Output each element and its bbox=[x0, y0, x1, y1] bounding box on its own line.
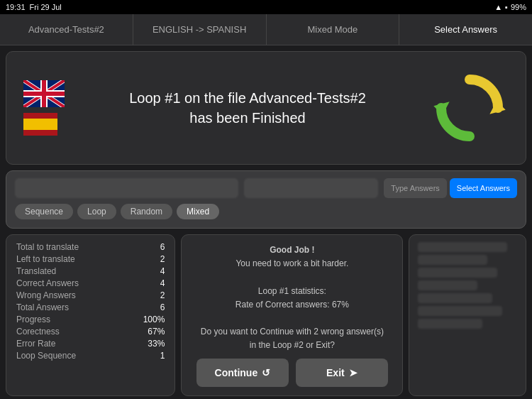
mode-buttons: Sequence Loop Random Mixed bbox=[15, 204, 517, 219]
completion-line1: Loop #1 on the file Advanced-Tests#2 bbox=[129, 90, 366, 106]
status-time: 19:31 bbox=[6, 3, 26, 11]
continue-icon: ↺ bbox=[262, 367, 270, 378]
exit-button[interactable]: Exit ➤ bbox=[296, 359, 388, 387]
answer-type-buttons: Type Answers Select Answers bbox=[384, 178, 517, 198]
blurred-row-5 bbox=[418, 293, 492, 303]
svg-rect-3 bbox=[23, 119, 57, 130]
stat-loop-sequence: Loop Sequence 1 bbox=[16, 351, 165, 361]
refresh-icon bbox=[431, 69, 509, 147]
status-time-date: 19:31 Fri 29 Jul bbox=[6, 3, 62, 11]
completion-banner: Loop #1 on the file Advanced-Tests#2 has… bbox=[6, 51, 526, 165]
status-date: Fri 29 Jul bbox=[30, 3, 62, 11]
wifi-icon: ▲ bbox=[494, 3, 502, 11]
refresh-icon-container bbox=[431, 69, 509, 147]
blurred-row-4 bbox=[418, 280, 477, 290]
blurred-row-6 bbox=[418, 306, 502, 316]
stat-error-rate: Error Rate 33% bbox=[16, 339, 165, 349]
stat-left-translate: Left to translate 2 bbox=[16, 254, 165, 264]
select-answers-button[interactable]: Select Answers bbox=[450, 178, 517, 198]
continue-button[interactable]: Continue ↺ bbox=[196, 359, 289, 387]
input-row: Type Answers Select Answers bbox=[15, 178, 517, 198]
blurred-row-1 bbox=[418, 242, 507, 252]
answer-input-blurred bbox=[244, 178, 378, 198]
svg-marker-5 bbox=[433, 102, 452, 116]
stat-total-translate: Total to translate 6 bbox=[16, 242, 165, 252]
exit-icon: ➤ bbox=[349, 367, 358, 378]
stat-total-answers: Total Answers 6 bbox=[16, 302, 165, 312]
tab-select-answers[interactable]: Select Answers bbox=[399, 14, 532, 45]
loop-stats-label: Loop #1 statistics: bbox=[258, 286, 326, 296]
flag-container bbox=[23, 80, 65, 136]
blurred-row-7 bbox=[418, 319, 482, 329]
tab-advanced-tests[interactable]: Advanced-Tests#2 bbox=[0, 14, 133, 45]
loop-mode-button[interactable]: Loop bbox=[77, 204, 116, 219]
stats-center-panel: Good Job ! You need to work a bit harder… bbox=[181, 234, 403, 396]
work-harder-text: You need to work a bit harder. bbox=[235, 258, 348, 268]
battery-icon: ▪ bbox=[505, 3, 508, 11]
blurred-row-3 bbox=[418, 268, 497, 278]
tab-english-spanish[interactable]: ENGLISH -> SPANISH bbox=[133, 14, 267, 45]
battery-level: 99% bbox=[511, 3, 526, 11]
mixed-mode-button[interactable]: Mixed bbox=[177, 204, 219, 219]
tab-bar: Advanced-Tests#2 ENGLISH -> SPANISH Mixe… bbox=[0, 14, 532, 45]
stat-corectness: Corectness 67% bbox=[16, 327, 165, 337]
action-buttons: Continue ↺ Exit ➤ bbox=[193, 359, 391, 387]
good-job-title: Good Job ! bbox=[270, 245, 314, 255]
blurred-row-2 bbox=[418, 255, 487, 265]
stats-message: Good Job ! You need to work a bit harder… bbox=[201, 244, 384, 353]
type-answers-button[interactable]: Type Answers bbox=[384, 178, 446, 198]
completion-text: Loop #1 on the file Advanced-Tests#2 has… bbox=[65, 88, 431, 128]
tab-mixed-mode[interactable]: Mixed Mode bbox=[267, 14, 400, 45]
status-indicators: ▲ ▪ 99% bbox=[494, 3, 526, 11]
input-section: Type Answers Select Answers Sequence Loo… bbox=[6, 170, 526, 229]
svg-marker-4 bbox=[487, 99, 506, 114]
stats-left-panel: Total to translate 6 Left to translate 2… bbox=[6, 234, 175, 396]
stat-progress: Progress 100% bbox=[16, 315, 165, 324]
uk-flag-icon bbox=[23, 80, 65, 107]
word-input-blurred bbox=[15, 178, 238, 198]
spain-flag-icon bbox=[23, 113, 57, 136]
continue-question: Do you want to Continue with 2 wrong ans… bbox=[201, 327, 384, 350]
stats-section: Total to translate 6 Left to translate 2… bbox=[6, 234, 526, 396]
random-mode-button[interactable]: Random bbox=[121, 204, 172, 219]
status-bar: 19:31 Fri 29 Jul ▲ ▪ 99% bbox=[0, 0, 532, 14]
stat-correct-answers: Correct Answers 4 bbox=[16, 278, 165, 288]
stat-translated: Translated 4 bbox=[16, 266, 165, 276]
completion-line2: has been Finished bbox=[189, 110, 305, 126]
stats-right-panel bbox=[409, 234, 526, 396]
stat-wrong-answers: Wrong Answers 2 bbox=[16, 290, 165, 300]
correct-rate-text: Rate of Correct answers: 67% bbox=[235, 300, 349, 310]
sequence-mode-button[interactable]: Sequence bbox=[15, 204, 73, 219]
